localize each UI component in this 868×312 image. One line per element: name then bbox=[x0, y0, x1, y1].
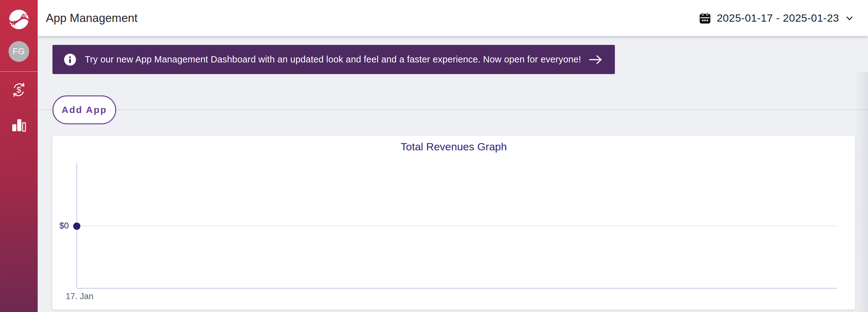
chart-x-axis bbox=[77, 288, 837, 289]
total-revenues-chart-card: Total Revenues Graph $0 17. Jan bbox=[53, 135, 855, 310]
page-title: App Management bbox=[46, 11, 137, 25]
avatar-initials: FG bbox=[12, 47, 25, 57]
brand-logo-icon[interactable] bbox=[7, 7, 31, 31]
promo-message: Try our new App Management Dashboard wit… bbox=[85, 54, 581, 65]
arrow-right-icon[interactable] bbox=[589, 54, 603, 65]
app-management-screen: FG $ App Management bbox=[0, 0, 868, 312]
revenue-sync-icon[interactable]: $ bbox=[11, 82, 27, 98]
main-content: Try our new App Management Dashboard wit… bbox=[38, 36, 868, 312]
calendar-icon bbox=[699, 12, 711, 25]
top-bar: App Management 2025-01-17 - 2025-01-23 bbox=[38, 0, 868, 36]
date-range-picker[interactable]: 2025-01-17 - 2025-01-23 bbox=[699, 12, 854, 25]
chart-data-point[interactable] bbox=[73, 222, 81, 230]
y-axis-tick-label: $0 bbox=[53, 221, 69, 231]
svg-text:$: $ bbox=[17, 85, 21, 94]
chart-gridline-zero bbox=[77, 226, 837, 226]
vertical-scrollbar[interactable] bbox=[855, 72, 868, 312]
add-app-button[interactable]: Add App bbox=[53, 95, 116, 124]
sidebar: FG $ bbox=[0, 0, 38, 312]
chart-title: Total Revenues Graph bbox=[53, 141, 855, 153]
chevron-down-icon bbox=[845, 14, 854, 22]
analytics-bar-chart-icon[interactable] bbox=[11, 117, 27, 133]
x-axis-tick-label: 17. Jan bbox=[66, 291, 94, 301]
date-range-value: 2025-01-17 - 2025-01-23 bbox=[717, 12, 839, 24]
user-avatar[interactable]: FG bbox=[8, 41, 29, 62]
promo-banner[interactable]: Try our new App Management Dashboard wit… bbox=[53, 45, 615, 74]
section-divider bbox=[38, 110, 868, 110]
sidebar-divider bbox=[0, 71, 38, 72]
info-icon bbox=[64, 54, 76, 66]
